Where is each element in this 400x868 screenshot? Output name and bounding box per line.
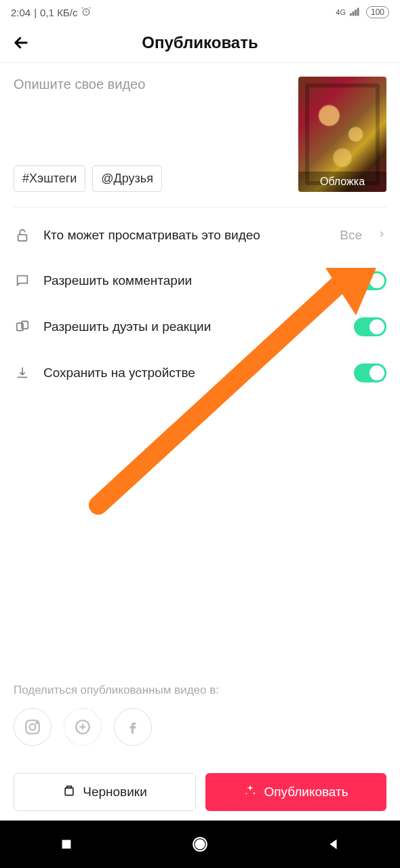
duet-icon <box>14 318 31 336</box>
drafts-button[interactable]: Черновики <box>14 773 196 811</box>
share-label: Поделиться опубликованным видео в: <box>14 684 386 697</box>
nav-recent[interactable] <box>59 837 74 852</box>
svg-rect-4 <box>357 7 359 16</box>
publish-button[interactable]: Опубликовать <box>205 773 386 811</box>
battery-level: 100 <box>366 6 389 18</box>
drafts-label: Черновики <box>83 785 147 800</box>
svg-rect-5 <box>18 235 27 241</box>
status-left: 2:04 | 0,1 КБ/с <box>11 6 92 19</box>
signal-icon <box>350 7 362 18</box>
privacy-setting[interactable]: Кто может просматривать это видео Все <box>0 213 400 258</box>
chevron-right-icon <box>377 229 386 241</box>
share-icons <box>14 708 386 746</box>
compose-left: Опишите свое видео #Хэштеги @Друзья <box>14 77 290 192</box>
privacy-label: Кто может просматривать это видео <box>43 228 327 243</box>
status-time: 2:04 <box>11 7 31 18</box>
save-label: Сохранить на устройстве <box>43 366 342 380</box>
app-header: Опубликовать <box>0 24 400 63</box>
compose-area: Опишите свое видео #Хэштеги @Друзья Обло… <box>0 63 400 192</box>
lock-icon <box>14 226 31 244</box>
download-icon <box>14 364 31 382</box>
svg-rect-16 <box>62 840 71 849</box>
android-nav-bar <box>0 821 400 868</box>
status-speed: 0,1 КБ/с <box>40 7 77 18</box>
facebook-share[interactable] <box>114 708 152 746</box>
chip-row: #Хэштеги @Друзья <box>14 165 290 192</box>
friends-chip[interactable]: @Друзья <box>92 165 162 192</box>
comments-toggle[interactable] <box>354 271 386 290</box>
divider <box>14 207 386 208</box>
network-type: 4G <box>336 8 346 16</box>
svg-rect-15 <box>65 787 73 795</box>
comments-label: Разрешить комментарии <box>43 273 342 288</box>
nav-home[interactable] <box>191 835 209 853</box>
video-thumbnail[interactable]: Обложка <box>298 77 386 192</box>
share-section: Поделиться опубликованным видео в: <box>0 684 400 746</box>
svg-point-12 <box>30 724 36 730</box>
alarm-icon <box>81 6 92 19</box>
privacy-value: Все <box>340 228 362 243</box>
svg-point-18 <box>195 840 204 849</box>
duets-toggle[interactable] <box>354 317 386 336</box>
svg-rect-1 <box>350 13 352 16</box>
save-toggle[interactable] <box>354 363 386 382</box>
comments-setting: Разрешить комментарии <box>0 258 400 304</box>
duets-label: Разрешить дуэты и реакции <box>43 319 342 334</box>
status-right: 4G 100 <box>336 6 389 18</box>
nav-back[interactable] <box>326 837 341 852</box>
bottom-bar: Черновики Опубликовать <box>0 764 400 821</box>
cover-label[interactable]: Обложка <box>298 172 386 192</box>
hashtag-chip[interactable]: #Хэштеги <box>14 165 85 192</box>
back-button[interactable] <box>11 33 31 53</box>
svg-point-13 <box>36 722 37 724</box>
status-bar: 2:04 | 0,1 КБ/с 4G 100 <box>0 0 400 24</box>
duets-setting: Разрешить дуэты и реакции <box>0 304 400 350</box>
description-input[interactable]: Опишите свое видео <box>14 77 290 92</box>
add-share[interactable] <box>64 708 102 746</box>
sparkle-icon <box>243 784 257 801</box>
drafts-icon <box>62 784 76 801</box>
instagram-share[interactable] <box>14 708 52 746</box>
page-title: Опубликовать <box>142 33 258 52</box>
publish-label: Опубликовать <box>264 785 348 800</box>
save-setting: Сохранить на устройстве <box>0 350 400 396</box>
svg-rect-2 <box>353 12 355 16</box>
comment-icon <box>14 272 31 290</box>
svg-rect-3 <box>355 9 357 16</box>
